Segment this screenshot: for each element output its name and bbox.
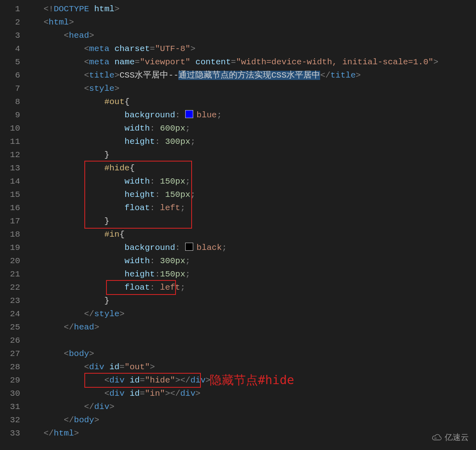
line-number: 4 bbox=[0, 42, 20, 55]
line-number: 24 bbox=[0, 307, 20, 321]
code-line[interactable]: <meta name="viewport" content="width=dev… bbox=[23, 55, 476, 69]
code-line[interactable]: float: left; bbox=[23, 201, 476, 215]
code-line[interactable]: <title>CSS水平居中--通过隐藏节点的方法实现CSS水平居中</titl… bbox=[23, 69, 476, 82]
code-line[interactable]: height:150px; bbox=[23, 268, 476, 281]
code-line[interactable]: #out{ bbox=[23, 95, 476, 108]
code-line[interactable]: </style> bbox=[23, 307, 476, 321]
code-line[interactable]: <html> bbox=[23, 16, 476, 29]
line-number: 16 bbox=[0, 201, 20, 215]
code-line[interactable]: width: 150px; bbox=[23, 175, 476, 188]
code-line[interactable]: <div id="hide"></div> bbox=[23, 374, 476, 387]
line-number: 33 bbox=[0, 427, 20, 440]
line-number: 29 bbox=[0, 374, 20, 387]
line-number: 30 bbox=[0, 387, 20, 400]
line-number: 17 bbox=[0, 215, 20, 228]
line-number: 3 bbox=[0, 29, 20, 42]
code-line[interactable]: </body> bbox=[23, 413, 476, 427]
code-line[interactable]: background: black; bbox=[23, 241, 476, 254]
code-line[interactable]: width: 300px; bbox=[23, 254, 476, 268]
code-editor[interactable]: 1234567891011121314151617181920212223242… bbox=[0, 0, 476, 450]
line-number: 10 bbox=[0, 122, 20, 135]
code-line[interactable]: } bbox=[23, 148, 476, 162]
cloud-icon: ∞ bbox=[432, 434, 442, 442]
svg-text:∞: ∞ bbox=[434, 436, 437, 440]
line-number: 2 bbox=[0, 16, 20, 29]
code-line[interactable]: float: left; bbox=[23, 281, 476, 294]
line-number: 28 bbox=[0, 360, 20, 374]
code-line[interactable]: height: 300px; bbox=[23, 135, 476, 148]
code-line[interactable]: height: 150px; bbox=[23, 188, 476, 201]
code-line[interactable]: background: blue; bbox=[23, 108, 476, 122]
line-number: 23 bbox=[0, 294, 20, 307]
line-number: 8 bbox=[0, 95, 20, 108]
line-number: 9 bbox=[0, 108, 20, 122]
code-line[interactable]: <div id="in"></div> bbox=[23, 387, 476, 400]
code-line[interactable]: </div> bbox=[23, 400, 476, 413]
code-line[interactable]: width: 600px; bbox=[23, 122, 476, 135]
code-line[interactable]: <meta charset="UTF-8"> bbox=[23, 42, 476, 55]
code-line[interactable]: #hide{ bbox=[23, 162, 476, 175]
code-line[interactable]: <head> bbox=[23, 29, 476, 42]
line-number: 5 bbox=[0, 55, 20, 69]
line-number: 18 bbox=[0, 228, 20, 241]
line-number: 6 bbox=[0, 69, 20, 82]
code-line[interactable]: </html> bbox=[23, 427, 476, 440]
watermark: ∞ 亿速云 bbox=[432, 432, 469, 443]
code-line[interactable]: <style> bbox=[23, 82, 476, 95]
gutter: 1234567891011121314151617181920212223242… bbox=[0, 2, 23, 440]
code-line[interactable]: #in{ bbox=[23, 228, 476, 241]
line-number: 32 bbox=[0, 413, 20, 427]
code-line[interactable]: } bbox=[23, 294, 476, 307]
line-number: 15 bbox=[0, 188, 20, 201]
line-number: 7 bbox=[0, 82, 20, 95]
color-swatch-blue bbox=[185, 110, 193, 118]
code-line[interactable]: <body> bbox=[23, 347, 476, 360]
code-area[interactable]: <!DOCTYPE html> <html> <head> <meta char… bbox=[23, 2, 476, 440]
line-number: 20 bbox=[0, 254, 20, 268]
color-swatch-black bbox=[185, 243, 193, 251]
line-number: 27 bbox=[0, 347, 20, 360]
line-number: 26 bbox=[0, 334, 20, 347]
code-line[interactable]: } bbox=[23, 215, 476, 228]
line-number: 31 bbox=[0, 400, 20, 413]
line-number: 13 bbox=[0, 162, 20, 175]
line-number: 19 bbox=[0, 241, 20, 254]
line-number: 1 bbox=[0, 2, 20, 16]
code-line[interactable]: </head> bbox=[23, 321, 476, 334]
watermark-text: 亿速云 bbox=[445, 432, 469, 443]
line-number: 21 bbox=[0, 268, 20, 281]
line-number: 14 bbox=[0, 175, 20, 188]
line-number: 11 bbox=[0, 135, 20, 148]
line-number: 12 bbox=[0, 148, 20, 162]
code-line[interactable]: <!DOCTYPE html> bbox=[23, 2, 476, 16]
line-number: 22 bbox=[0, 281, 20, 294]
code-line[interactable] bbox=[23, 334, 476, 347]
code-line[interactable]: <div id="out"> bbox=[23, 360, 476, 374]
selected-text[interactable]: 通过隐藏节点的方法实现CSS水平居中 bbox=[178, 71, 320, 80]
line-number: 25 bbox=[0, 321, 20, 334]
